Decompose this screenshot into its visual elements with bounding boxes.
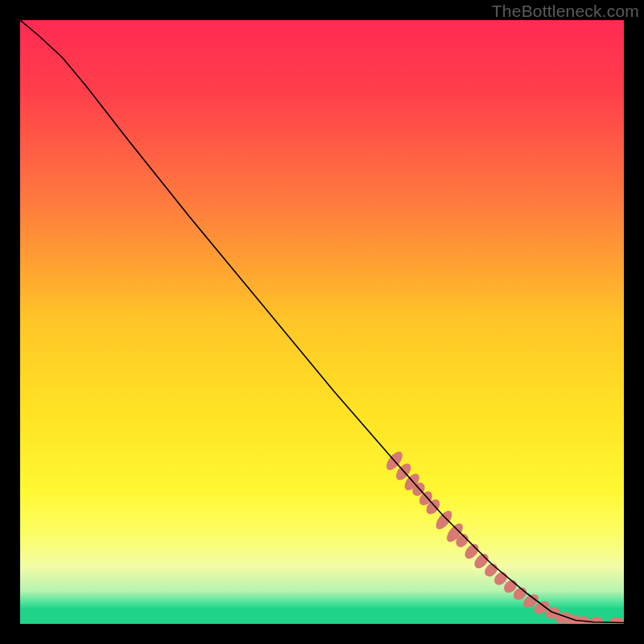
chart-background-gradient: [20, 20, 624, 624]
chart-stage: TheBottleneck.com: [0, 0, 644, 644]
watermark-text: TheBottleneck.com: [492, 2, 639, 21]
chart-svg: [20, 20, 624, 624]
